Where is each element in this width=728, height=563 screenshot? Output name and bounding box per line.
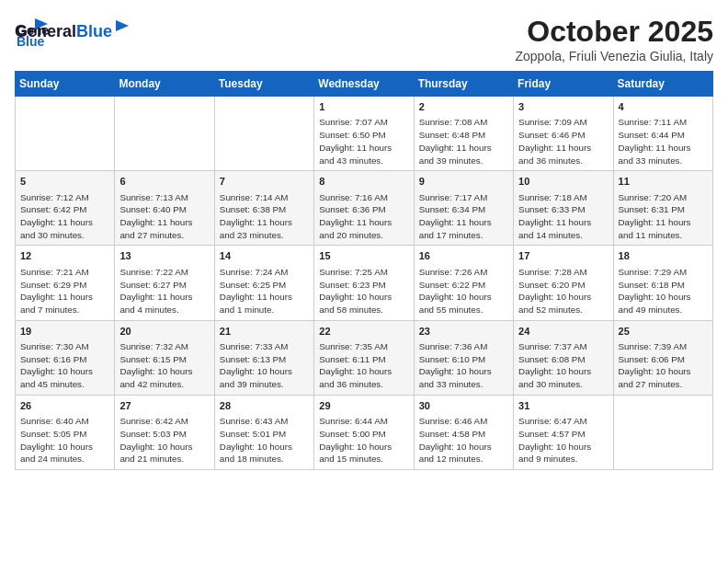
cell-content: Sunrise: 6:40 AM Sunset: 5:05 PM Dayligh… (20, 415, 109, 465)
cell-content: Sunrise: 7:07 AM Sunset: 6:50 PM Dayligh… (319, 116, 408, 167)
day-number: 7 (220, 175, 309, 189)
location-subtitle: Zoppola, Friuli Venezia Giulia, Italy (515, 49, 713, 63)
day-number: 27 (119, 399, 209, 413)
svg-marker-3 (116, 20, 129, 31)
calendar-body: 1Sunrise: 7:07 AM Sunset: 6:50 PM Daylig… (16, 97, 713, 470)
day-number: 4 (619, 100, 708, 114)
day-header-sunday: Sunday (16, 72, 115, 97)
cell-content: Sunrise: 6:43 AM Sunset: 5:01 PM Dayligh… (220, 415, 309, 465)
calendar-cell (214, 97, 313, 171)
day-number: 11 (619, 175, 708, 189)
calendar-cell: 12Sunrise: 7:21 AM Sunset: 6:29 PM Dayli… (16, 246, 115, 320)
cell-content: Sunrise: 7:30 AM Sunset: 6:16 PM Dayligh… (20, 340, 109, 391)
calendar-cell (16, 97, 115, 171)
day-number: 9 (419, 175, 508, 189)
day-number: 14 (220, 249, 309, 263)
calendar-table: SundayMondayTuesdayWednesdayThursdayFrid… (15, 71, 713, 470)
day-number: 29 (319, 399, 408, 413)
day-number: 22 (319, 325, 408, 339)
day-header-monday: Monday (115, 72, 214, 97)
cell-content: Sunrise: 7:36 AM Sunset: 6:10 PM Dayligh… (419, 340, 508, 391)
day-number: 8 (319, 175, 408, 189)
cell-content: Sunrise: 7:11 AM Sunset: 6:44 PM Dayligh… (619, 116, 708, 167)
day-number: 10 (518, 175, 608, 189)
day-number: 21 (220, 325, 309, 339)
calendar-week-row: 5Sunrise: 7:12 AM Sunset: 6:42 PM Daylig… (16, 171, 713, 246)
cell-content: Sunrise: 7:09 AM Sunset: 6:46 PM Dayligh… (518, 116, 608, 167)
cell-content: Sunrise: 7:22 AM Sunset: 6:27 PM Dayligh… (119, 266, 209, 316)
logo: General Blue General Blue (15, 15, 131, 41)
cell-content: Sunrise: 7:12 AM Sunset: 6:42 PM Dayligh… (20, 191, 109, 242)
calendar-cell: 26Sunrise: 6:40 AM Sunset: 5:05 PM Dayli… (16, 395, 115, 469)
day-number: 12 (20, 249, 109, 263)
cell-content: Sunrise: 7:24 AM Sunset: 6:25 PM Dayligh… (220, 266, 309, 316)
calendar-header-row: SundayMondayTuesdayWednesdayThursdayFrid… (16, 72, 713, 97)
calendar-cell: 13Sunrise: 7:22 AM Sunset: 6:27 PM Dayli… (115, 246, 214, 320)
day-number: 28 (220, 399, 309, 413)
calendar-cell: 17Sunrise: 7:28 AM Sunset: 6:20 PM Dayli… (514, 246, 613, 320)
cell-content: Sunrise: 7:32 AM Sunset: 6:15 PM Dayligh… (119, 340, 209, 391)
day-number: 13 (119, 249, 209, 263)
day-number: 18 (619, 249, 708, 263)
logo-blue: Blue (76, 22, 112, 41)
calendar-cell: 15Sunrise: 7:25 AM Sunset: 6:23 PM Dayli… (314, 246, 414, 320)
cell-content: Sunrise: 7:33 AM Sunset: 6:13 PM Dayligh… (220, 340, 309, 391)
cell-content: Sunrise: 6:42 AM Sunset: 5:03 PM Dayligh… (119, 415, 209, 465)
title-area: October 2025 Zoppola, Friuli Venezia Giu… (515, 15, 713, 63)
calendar-cell: 24Sunrise: 7:37 AM Sunset: 6:08 PM Dayli… (514, 320, 613, 395)
day-number: 26 (20, 399, 109, 413)
day-number: 19 (20, 325, 109, 339)
calendar-week-row: 1Sunrise: 7:07 AM Sunset: 6:50 PM Daylig… (16, 97, 713, 171)
calendar-cell: 21Sunrise: 7:33 AM Sunset: 6:13 PM Dayli… (214, 320, 313, 395)
day-header-tuesday: Tuesday (214, 72, 313, 97)
calendar-week-row: 19Sunrise: 7:30 AM Sunset: 6:16 PM Dayli… (16, 320, 713, 395)
cell-content: Sunrise: 7:28 AM Sunset: 6:20 PM Dayligh… (518, 266, 608, 316)
calendar-cell: 7Sunrise: 7:14 AM Sunset: 6:38 PM Daylig… (214, 171, 313, 246)
cell-content: Sunrise: 7:37 AM Sunset: 6:08 PM Dayligh… (518, 340, 608, 391)
calendar-cell: 28Sunrise: 6:43 AM Sunset: 5:01 PM Dayli… (214, 395, 313, 469)
month-title: October 2025 (515, 15, 713, 49)
calendar-week-row: 26Sunrise: 6:40 AM Sunset: 5:05 PM Dayli… (16, 395, 713, 469)
day-number: 23 (419, 325, 508, 339)
calendar-cell (115, 97, 214, 171)
cell-content: Sunrise: 6:46 AM Sunset: 4:58 PM Dayligh… (419, 415, 508, 465)
day-number: 24 (518, 325, 608, 339)
calendar-cell: 19Sunrise: 7:30 AM Sunset: 6:16 PM Dayli… (16, 320, 115, 395)
calendar-cell: 9Sunrise: 7:17 AM Sunset: 6:34 PM Daylig… (414, 171, 513, 246)
day-number: 30 (419, 399, 508, 413)
calendar-cell: 18Sunrise: 7:29 AM Sunset: 6:18 PM Dayli… (613, 246, 712, 320)
calendar-cell: 10Sunrise: 7:18 AM Sunset: 6:33 PM Dayli… (514, 171, 613, 246)
day-number: 31 (518, 399, 608, 413)
day-number: 17 (518, 249, 608, 263)
logo-general: General (15, 22, 76, 41)
calendar-cell: 6Sunrise: 7:13 AM Sunset: 6:40 PM Daylig… (115, 171, 214, 246)
cell-content: Sunrise: 7:26 AM Sunset: 6:22 PM Dayligh… (419, 266, 508, 316)
calendar-cell: 1Sunrise: 7:07 AM Sunset: 6:50 PM Daylig… (314, 97, 414, 171)
calendar-cell: 23Sunrise: 7:36 AM Sunset: 6:10 PM Dayli… (414, 320, 513, 395)
cell-content: Sunrise: 7:18 AM Sunset: 6:33 PM Dayligh… (518, 191, 608, 242)
cell-content: Sunrise: 7:13 AM Sunset: 6:40 PM Dayligh… (119, 191, 209, 242)
calendar-cell: 16Sunrise: 7:26 AM Sunset: 6:22 PM Dayli… (414, 246, 513, 320)
calendar-cell: 14Sunrise: 7:24 AM Sunset: 6:25 PM Dayli… (214, 246, 313, 320)
day-number: 5 (20, 175, 109, 189)
calendar-cell: 2Sunrise: 7:08 AM Sunset: 6:48 PM Daylig… (414, 97, 513, 171)
day-header-thursday: Thursday (414, 72, 513, 97)
cell-content: Sunrise: 6:44 AM Sunset: 5:00 PM Dayligh… (319, 415, 408, 465)
day-number: 16 (419, 249, 508, 263)
calendar-cell: 5Sunrise: 7:12 AM Sunset: 6:42 PM Daylig… (16, 171, 115, 246)
day-header-saturday: Saturday (613, 72, 712, 97)
cell-content: Sunrise: 7:14 AM Sunset: 6:38 PM Dayligh… (220, 191, 309, 242)
day-header-wednesday: Wednesday (314, 72, 414, 97)
day-number: 1 (319, 100, 408, 114)
calendar-cell: 29Sunrise: 6:44 AM Sunset: 5:00 PM Dayli… (314, 395, 414, 469)
cell-content: Sunrise: 6:47 AM Sunset: 4:57 PM Dayligh… (518, 415, 608, 465)
calendar-cell: 11Sunrise: 7:20 AM Sunset: 6:31 PM Dayli… (613, 171, 712, 246)
day-number: 3 (518, 100, 608, 114)
calendar-cell: 27Sunrise: 6:42 AM Sunset: 5:03 PM Dayli… (115, 395, 214, 469)
calendar-cell: 8Sunrise: 7:16 AM Sunset: 6:36 PM Daylig… (314, 171, 414, 246)
cell-content: Sunrise: 7:35 AM Sunset: 6:11 PM Dayligh… (319, 340, 408, 391)
calendar-cell (613, 395, 712, 469)
cell-content: Sunrise: 7:25 AM Sunset: 6:23 PM Dayligh… (319, 266, 408, 316)
cell-content: Sunrise: 7:29 AM Sunset: 6:18 PM Dayligh… (619, 266, 708, 316)
cell-content: Sunrise: 7:08 AM Sunset: 6:48 PM Dayligh… (419, 116, 508, 167)
